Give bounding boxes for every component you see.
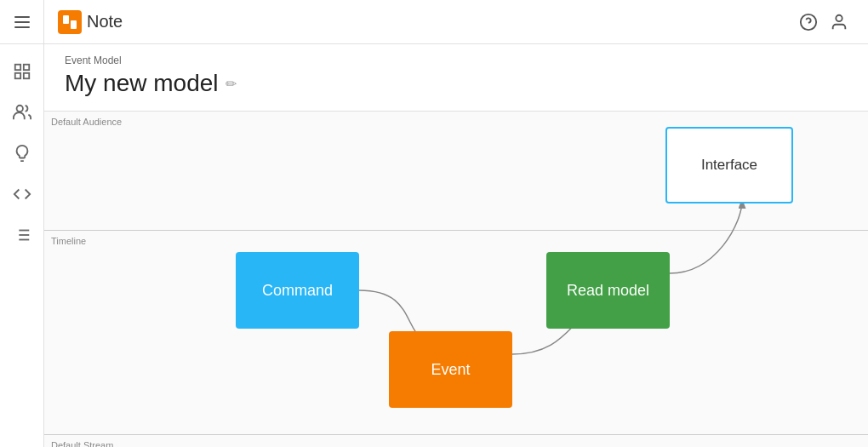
logo-icon: [58, 10, 82, 34]
swimlane-label-stream: Default Stream: [51, 440, 113, 447]
node-readmodel[interactable]: Read model: [546, 252, 670, 329]
node-interface[interactable]: Interface: [665, 127, 793, 203]
app-name: Note: [87, 12, 123, 32]
node-command-label: Command: [262, 282, 333, 300]
hamburger-line: [14, 16, 30, 18]
hamburger-line: [14, 21, 30, 23]
svg-rect-0: [14, 65, 20, 70]
hamburger-line: [14, 26, 30, 28]
svg-point-4: [16, 106, 22, 112]
canvas-area[interactable]: Default Audience Timeline Default Stream: [44, 112, 868, 447]
sidebar-item-grid[interactable]: [0, 51, 44, 92]
node-event-label: Event: [431, 361, 470, 379]
swimlane-label-audience: Default Audience: [51, 117, 122, 127]
page-title-row: My new model ✏: [65, 70, 848, 97]
nav-icons: [0, 44, 43, 255]
edit-title-button[interactable]: ✏: [226, 76, 237, 92]
node-interface-label: Interface: [701, 157, 757, 174]
sidebar-item-people[interactable]: [0, 92, 44, 133]
svg-rect-11: [63, 15, 69, 24]
sidebar-item-list[interactable]: [0, 215, 44, 255]
svg-rect-2: [14, 73, 20, 78]
swimlane-label-timeline: Timeline: [51, 236, 86, 246]
node-event[interactable]: Event: [389, 331, 512, 408]
page-title: My new model: [65, 70, 219, 97]
help-button[interactable]: [793, 7, 824, 37]
svg-rect-3: [23, 73, 28, 78]
user-account-button[interactable]: [824, 7, 854, 37]
sidebar-item-code[interactable]: [0, 174, 44, 215]
svg-rect-1: [23, 65, 28, 70]
page-header: Event Model My new model ✏: [44, 44, 868, 112]
node-command[interactable]: Command: [236, 252, 359, 329]
svg-point-15: [836, 14, 842, 20]
node-readmodel-label: Read model: [567, 282, 649, 300]
main-area: Note Event Model My new model: [44, 0, 868, 447]
logo-area: Note: [58, 10, 123, 34]
breadcrumb: Event Model: [65, 54, 848, 66]
left-sidebar: [0, 0, 44, 447]
swimlane-default-stream: Default Stream: [44, 435, 868, 447]
svg-rect-12: [71, 20, 77, 29]
sidebar-item-bulb[interactable]: [0, 133, 44, 174]
top-header: Note: [44, 0, 868, 44]
hamburger-menu[interactable]: [0, 0, 43, 44]
